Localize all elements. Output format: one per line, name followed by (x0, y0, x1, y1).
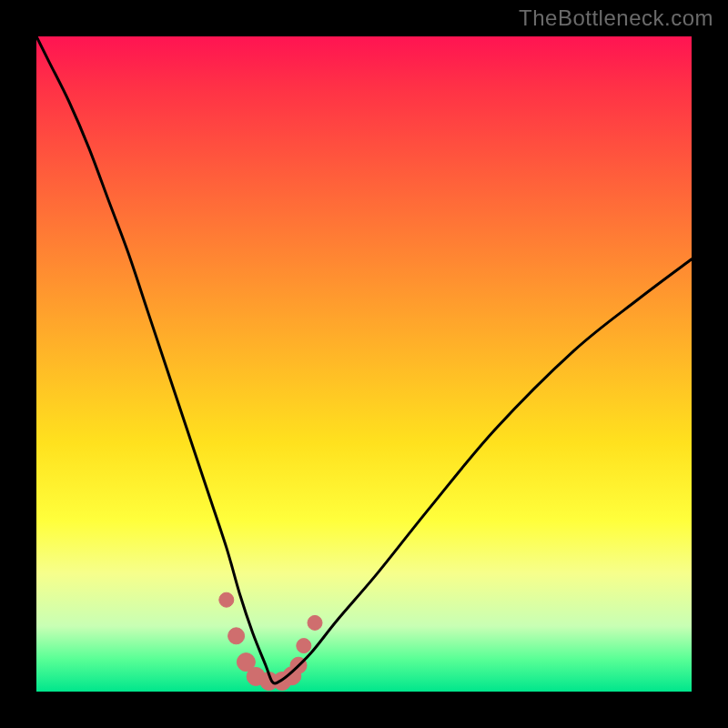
curve-marker (219, 592, 234, 607)
chart-svg (36, 36, 692, 692)
bottleneck-curve (36, 36, 692, 683)
curve-marker (228, 628, 245, 644)
curve-marker (308, 615, 322, 630)
plot-area (36, 36, 692, 692)
curve-marker (297, 639, 311, 653)
watermark-label: TheBottleneck.com (519, 5, 713, 31)
chart-frame: TheBottleneck.com (0, 0, 728, 728)
